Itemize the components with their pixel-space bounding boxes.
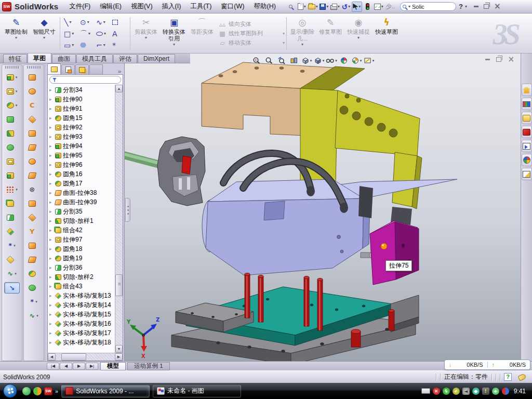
tree-item[interactable]: ▸ 拉伸90 [48,95,115,104]
volume-icon[interactable]: ◄ [462,388,470,395]
scroll-down-icon[interactable]: ▼ [115,345,123,353]
menu-item[interactable]: 帮助(H) [249,1,280,12]
repair-sketch[interactable]: ✎ 修复草图 ▾ [316,15,344,52]
tree-item[interactable]: ▸ 切除-放样2 [48,272,115,282]
tree-item[interactable]: ▸ 曲面-拉伸38 [48,188,115,197]
expand-arrow-icon[interactable]: ▸ [49,115,54,121]
expand-arrow-icon[interactable]: ▸ [49,97,54,102]
pin-toolbar-button[interactable] [286,2,296,12]
composite-curve[interactable]: ∿ ▾ [2,267,22,281]
open-button[interactable]: ▾ [308,2,318,12]
rapid-sketch[interactable]: ϟ 快速草图 ▾ [373,15,401,52]
menu-item[interactable]: 编辑(E) [95,1,126,12]
quick-launch-messenger-icon[interactable] [22,387,31,395]
select-box[interactable]: ▾ [111,17,127,28]
linear-sketch-pattern[interactable]: ▦ 线性草图阵列 ▾ [218,30,285,37]
menu-item[interactable]: 文件(F) [64,1,95,12]
expand-arrow-icon[interactable]: ▸ [49,265,54,270]
slot[interactable]: ▭ ▾ [63,39,79,51]
tree-item[interactable]: ▸ 拉伸94 [48,141,115,151]
menu-item[interactable]: 工具(T) [185,1,216,12]
panel-splitter-handle[interactable]: ◂◂◂ [125,198,130,222]
expand-arrow-icon[interactable]: ▸ [49,190,54,195]
extrude-boss[interactable]: ▾ [2,70,22,84]
sketch[interactable]: ✎ 草图绘制 ▾ [2,15,30,52]
taskbar-window-button[interactable]: 未命名 - 画图 [153,385,241,397]
tree-filter-box[interactable] [49,76,121,84]
input-method-keyboard-icon[interactable] [421,388,430,394]
restore-button[interactable] [484,4,489,9]
view-settings-button[interactable]: ▾ [363,55,375,66]
fillet[interactable]: ▾ [2,98,22,112]
sync-icon[interactable]: ● [502,388,509,395]
expand-arrow-icon[interactable]: ▸ [49,162,54,167]
instant3d-button[interactable]: ↘ [4,282,20,294]
revolve[interactable]: ▾ [2,112,22,126]
tree-item[interactable]: ▸ 拉伸91 [48,104,115,113]
command-tab[interactable]: 模具工具 [76,54,113,63]
planar-surface[interactable]: ▾ [24,140,44,154]
new-document-button[interactable]: ▾ [297,2,307,12]
toolbar-drag-handle[interactable] [5,66,19,69]
tree-item[interactable]: ▸ 实体-移动/复制17 [48,328,115,338]
network-warning-icon[interactable]: ! [482,388,489,395]
solidworks-resources-button[interactable] [522,84,532,96]
filled-surface[interactable]: ▾ [24,154,44,168]
tree-item[interactable]: ▸ 实体-移动/复制16 [48,319,115,328]
tree-item[interactable]: ▸ 组合42 [48,225,115,235]
command-tab[interactable]: 曲面 [52,54,76,63]
point[interactable]: * ▾ [24,295,44,309]
part-magenta-insert[interactable] [370,221,419,285]
tree-item[interactable]: ▸ 圆角19 [48,254,115,263]
tree-item[interactable]: ▸ 分割36 [48,263,115,272]
tree-horizontal-scrollbar[interactable]: ◀ ▶ [48,353,123,361]
tree-item[interactable]: ▸ 拉伸96 [48,160,115,169]
guard-icon[interactable]: ϟ [443,388,450,395]
tree-item[interactable]: ▸ 分割35 [48,207,115,216]
quick-launch-solidworks-icon[interactable]: SW [44,387,52,395]
offset-entities[interactable]: ⌒ 等距实体 ▾ [188,15,216,52]
tree-item[interactable]: ▸ 实体-移动/复制13 [48,291,115,300]
expand-arrow-icon[interactable]: ▸ [49,321,54,326]
menu-item[interactable]: 窗口(W) [216,1,249,12]
delete-face[interactable]: ⊗ ▾ [24,182,44,196]
expand-arrow-icon[interactable]: ▸ [49,171,54,177]
quick-launch-chevron[interactable]: » [55,388,58,394]
expand-arrow-icon[interactable]: ▸ [49,153,54,158]
polygon[interactable]: ▾ [79,39,95,51]
extrude-cut[interactable]: ▾ [2,84,22,98]
scroll-left-icon[interactable]: ◀ [48,353,56,361]
tree-item[interactable]: ▸ 曲面-拉伸39 [48,197,115,207]
antivirus-icon[interactable]: ✕ [433,388,440,395]
command-tab[interactable]: 草图 [28,54,51,63]
update-icon[interactable]: ✓ [453,388,460,395]
close-button[interactable]: × [494,3,501,10]
tree-item[interactable]: ▸ 拉伸92 [48,123,115,132]
appearances-button[interactable] [522,154,532,166]
tree-item[interactable]: ▸ 圆角15 [48,113,115,123]
scroll-up-icon[interactable]: ▲ [115,85,123,92]
search-dropdown-icon[interactable]: ▾ [408,4,410,9]
tree-item[interactable]: ▸ 组合43 [48,282,115,291]
ruled-surface[interactable]: ▾ [24,252,44,267]
health-icon[interactable]: + [492,388,499,395]
section-view-button[interactable] [288,55,300,66]
hole-wizard[interactable]: ▾ [2,168,22,182]
sketch-fillet[interactable]: ⌐ ▾ [95,39,111,51]
scrollbar-thumb[interactable] [115,274,123,296]
configurationmanager-tab[interactable] [75,64,89,74]
scroll-prev[interactable]: ◀ [60,363,72,370]
tree-item[interactable]: ▸ 拉伸95 [48,151,115,160]
smart-dimension[interactable]: ◆ 智能尺寸 ▾ [30,15,58,52]
ellipse[interactable]: ▾ [95,28,111,39]
tree-item[interactable]: ▸ 圆角16 [48,169,115,179]
featuremanager-tab[interactable] [47,63,61,74]
expand-arrow-icon[interactable]: ▸ [49,330,54,336]
tree-vertical-scrollbar[interactable]: ▲ ▼ [115,85,123,353]
convert-entities[interactable]: ▣ 转换实体引用 ▾ [160,15,188,52]
trim-entities[interactable]: ✂ 剪裁实体 ▾ [132,15,160,52]
quick-snaps[interactable]: ◉ 快速捕捉 ▾ [344,15,373,52]
knit-surface[interactable]: ▾ [24,196,44,210]
expand-arrow-icon[interactable]: ▸ [49,134,54,139]
dimxpertmanager-tab[interactable] [89,64,103,74]
